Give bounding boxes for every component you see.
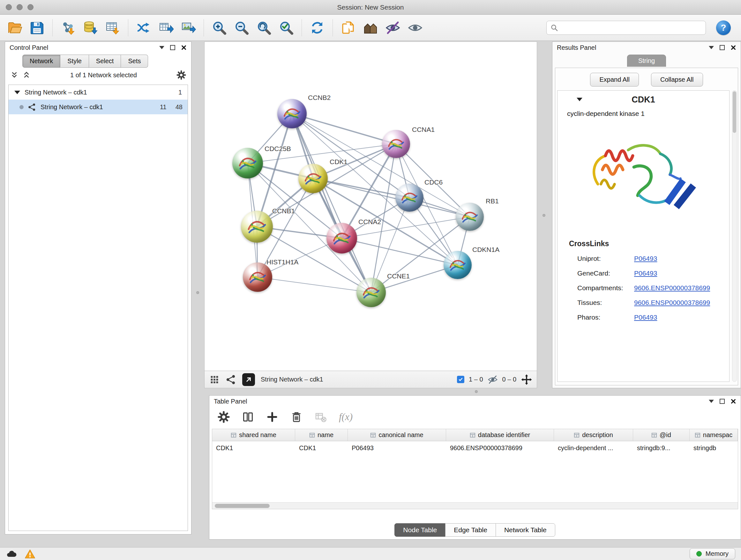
tab-edge-table[interactable]: Edge Table <box>445 523 496 537</box>
window-zoom-button[interactable] <box>27 4 33 10</box>
network-mode-button[interactable] <box>226 374 237 385</box>
table-row[interactable]: CDK1 CDK1 P06493 9606.ENSP00000378699 cy… <box>212 441 738 455</box>
cell-id[interactable]: stringdb:9... <box>633 444 690 452</box>
cell-description[interactable]: cyclin-dependent ... <box>554 444 633 452</box>
tab-node-table[interactable]: Node Table <box>394 523 446 537</box>
tab-string[interactable]: String <box>627 55 666 67</box>
show-graphics-details-button[interactable] <box>406 18 425 38</box>
network-node-ccne1[interactable] <box>356 278 386 307</box>
function-builder-button[interactable]: f(x) <box>339 411 353 423</box>
network-node-rb1[interactable] <box>456 203 484 231</box>
results-scrollbar[interactable] <box>732 90 737 382</box>
vertical-splitter-handle[interactable] <box>196 291 199 294</box>
panel-float-icon[interactable] <box>720 45 725 50</box>
open-session-button[interactable] <box>5 18 24 38</box>
panel-float-icon[interactable] <box>720 399 725 404</box>
zoom-selected-button[interactable] <box>277 18 296 38</box>
network-node-cdk1[interactable] <box>298 164 328 193</box>
export-network-button[interactable] <box>156 18 176 38</box>
cell-namespace[interactable]: stringdb <box>690 444 738 452</box>
table-scrollbar-thumb[interactable] <box>215 504 270 508</box>
table-horizontal-scrollbar[interactable] <box>212 502 738 509</box>
tree-caret-icon[interactable] <box>14 91 20 94</box>
import-network-file-button[interactable] <box>58 18 77 38</box>
warning-button[interactable] <box>24 549 36 559</box>
tab-style[interactable]: Style <box>60 55 89 68</box>
open-in-window-button[interactable] <box>242 373 255 386</box>
add-column-icon[interactable] <box>266 411 278 423</box>
results-scrollbar-thumb[interactable] <box>733 91 736 133</box>
pharos-link[interactable]: P06493 <box>634 314 657 321</box>
network-node-hist1h1a[interactable] <box>243 262 272 292</box>
network-node-ccnb2[interactable] <box>277 99 307 128</box>
collapse-all-button[interactable]: Collapse All <box>651 73 703 86</box>
network-canvas[interactable]: CCNB2CCNA1CDC25BCDK1CDC6RB1CCNB1CCNA2CDK… <box>204 42 537 371</box>
panel-collapse-icon[interactable] <box>159 46 164 49</box>
import-network-database-button[interactable] <box>81 18 100 38</box>
grid-view-button[interactable] <box>209 374 220 385</box>
network-node-ccnb1[interactable] <box>241 211 273 243</box>
window-minimize-button[interactable] <box>17 4 23 10</box>
tab-network[interactable]: Network <box>22 55 60 68</box>
network-node-cdc6[interactable] <box>395 184 423 212</box>
horizontal-splitter-handle[interactable] <box>475 390 478 393</box>
vertical-splitter-handle[interactable] <box>542 214 545 217</box>
memory-button[interactable]: Memory <box>690 548 735 559</box>
network-collection-row[interactable]: String Network – cdk1 1 <box>9 85 188 100</box>
export-image-button[interactable] <box>179 18 198 38</box>
save-session-button[interactable] <box>27 18 47 38</box>
copy-button[interactable] <box>339 18 358 38</box>
tissues-link[interactable]: 9606.ENSP00000378699 <box>634 299 710 307</box>
panel-collapse-icon[interactable] <box>709 400 714 403</box>
tab-network-table[interactable]: Network Table <box>495 523 555 537</box>
network-node-ccna2[interactable] <box>327 223 357 253</box>
expand-all-icon[interactable] <box>22 71 30 79</box>
help-button[interactable]: ? <box>716 20 731 35</box>
compartments-link[interactable]: 9606.ENSP00000378699 <box>634 284 710 292</box>
column-header-canonical-name[interactable]: canonical name <box>348 429 446 441</box>
panel-close-icon[interactable] <box>731 45 736 51</box>
hide-graphics-details-button[interactable] <box>383 18 402 38</box>
column-header-shared-name[interactable]: shared name <box>212 429 295 441</box>
delete-column-trash-icon[interactable] <box>290 411 302 423</box>
search-input[interactable] <box>561 24 702 31</box>
panel-close-icon[interactable] <box>181 45 187 51</box>
tab-select[interactable]: Select <box>89 55 121 68</box>
table-settings-gear-icon[interactable] <box>218 411 230 423</box>
zoom-fit-button[interactable] <box>254 18 273 38</box>
selected-items-checkbox-icon[interactable] <box>457 376 464 383</box>
birdseye-view-button[interactable] <box>361 18 380 38</box>
search-box[interactable] <box>546 21 706 35</box>
zoom-out-button[interactable] <box>232 18 251 38</box>
import-table-button[interactable] <box>103 18 122 38</box>
cell-shared-name[interactable]: CDK1 <box>212 444 295 452</box>
cell-name[interactable]: CDK1 <box>295 444 348 452</box>
column-header-namespace[interactable]: namespac <box>690 429 738 441</box>
column-header-name[interactable]: name <box>295 429 348 441</box>
network-row-selected[interactable]: String Network – cdk1 11 48 <box>9 100 188 114</box>
column-header-id[interactable]: @id <box>633 429 690 441</box>
collapse-all-icon[interactable] <box>10 71 18 79</box>
refresh-button[interactable] <box>308 18 327 38</box>
cell-canonical-name[interactable]: P06493 <box>348 444 446 452</box>
panel-float-icon[interactable] <box>170 45 175 50</box>
cloud-button[interactable] <box>6 549 17 559</box>
network-node-ccna1[interactable] <box>382 130 410 158</box>
window-close-button[interactable] <box>6 4 12 10</box>
column-header-description[interactable]: description <box>554 429 633 441</box>
pan-move-icon[interactable] <box>521 374 532 385</box>
tab-sets[interactable]: Sets <box>121 55 148 68</box>
network-node-cdc25b[interactable] <box>232 148 263 179</box>
cell-database-identifier[interactable]: 9606.ENSP00000378699 <box>446 444 554 452</box>
genecard-link[interactable]: P06493 <box>634 269 657 277</box>
panel-collapse-icon[interactable] <box>709 46 714 49</box>
zoom-in-button[interactable] <box>210 18 229 38</box>
card-collapse-caret-icon[interactable] <box>577 98 583 101</box>
network-node-cdkn1a[interactable] <box>444 251 472 279</box>
gear-icon[interactable] <box>177 70 186 80</box>
show-columns-icon[interactable] <box>242 411 254 423</box>
expand-all-button[interactable]: Expand All <box>590 73 639 86</box>
merge-networks-button[interactable] <box>134 18 153 38</box>
uniprot-link[interactable]: P06493 <box>634 255 657 262</box>
panel-close-icon[interactable] <box>731 398 736 404</box>
